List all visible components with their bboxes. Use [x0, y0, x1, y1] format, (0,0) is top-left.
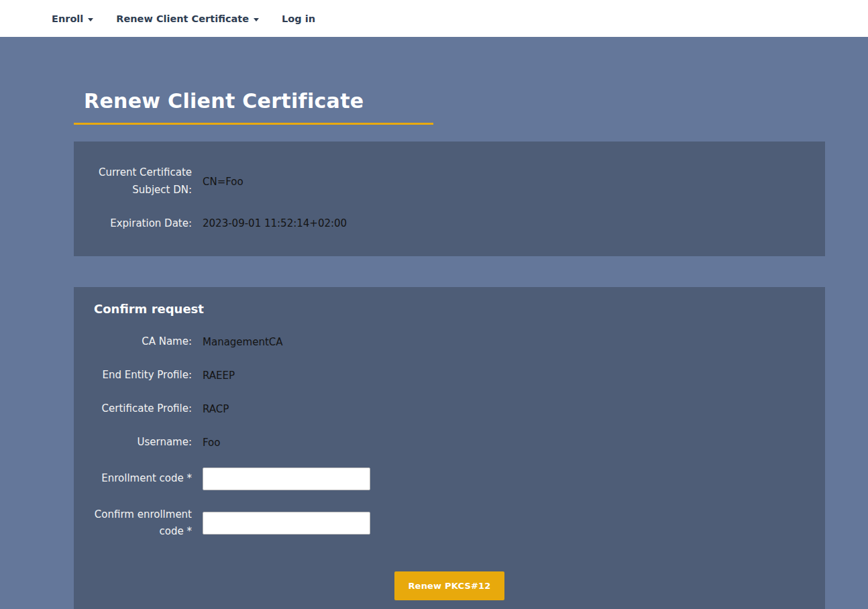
confirm-enrollment-code-label: Confirm enrollment code * [74, 506, 192, 541]
enrollment-code-input[interactable] [203, 467, 370, 490]
subject-dn-value: CN=Foo [203, 176, 243, 188]
form-row-confirm-enrollment-code: Confirm enrollment code * [74, 498, 825, 549]
form-row-end-entity-profile: End Entity Profile: RAEEP [74, 359, 825, 392]
expiration-date-label: Expiration Date: [74, 215, 192, 233]
form-row-expiration-date: Expiration Date: 2023-09-01 11:52:14+02:… [74, 207, 825, 241]
ca-name-value: ManagementCA [203, 336, 283, 348]
chevron-down-icon [254, 18, 259, 21]
enrollment-code-label: Enrollment code * [74, 470, 192, 488]
nav-item-renew-client-certificate[interactable]: Renew Client Certificate [116, 13, 259, 24]
chevron-down-icon [88, 18, 93, 21]
subject-dn-label: Current Certificate Subject DN: [74, 164, 192, 199]
username-label: Username: [74, 434, 192, 451]
username-value: Foo [203, 437, 220, 449]
confirm-enrollment-code-input[interactable] [203, 512, 370, 535]
nav-item-enroll[interactable]: Enroll [52, 13, 93, 24]
nav-item-renew-label: Renew Client Certificate [116, 13, 249, 24]
renew-pkcs12-button[interactable]: Renew PKCS#12 [394, 571, 504, 600]
nav-item-enroll-label: Enroll [52, 13, 83, 24]
form-row-username: Username: Foo [74, 426, 825, 459]
certificate-profile-label: Certificate Profile: [74, 400, 192, 418]
form-row-certificate-profile: Certificate Profile: RACP [74, 392, 825, 426]
certificate-info-panel: Current Certificate Subject DN: CN=Foo E… [74, 142, 825, 256]
end-entity-profile-value: RAEEP [203, 370, 235, 382]
nav-item-log-in[interactable]: Log in [282, 13, 315, 24]
top-navbar: Enroll Renew Client Certificate Log in [0, 0, 868, 37]
certificate-profile-value: RACP [203, 403, 229, 415]
page-title: Renew Client Certificate [84, 89, 433, 113]
confirm-request-panel: Confirm request CA Name: ManagementCA En… [74, 287, 825, 609]
form-row-subject-dn: Current Certificate Subject DN: CN=Foo [74, 156, 825, 207]
nav-item-login-label: Log in [282, 13, 315, 24]
expiration-date-value: 2023-09-01 11:52:14+02:00 [203, 217, 347, 229]
ca-name-label: CA Name: [74, 333, 192, 351]
form-row-ca-name: CA Name: ManagementCA [74, 325, 825, 359]
end-entity-profile-label: End Entity Profile: [74, 367, 192, 384]
page-body: Renew Client Certificate Current Certifi… [0, 37, 868, 609]
confirm-request-heading: Confirm request [74, 298, 825, 325]
page-title-underline: Renew Client Certificate [74, 89, 433, 125]
button-row: Renew PKCS#12 [74, 549, 825, 609]
form-row-enrollment-code: Enrollment code * [74, 459, 825, 498]
